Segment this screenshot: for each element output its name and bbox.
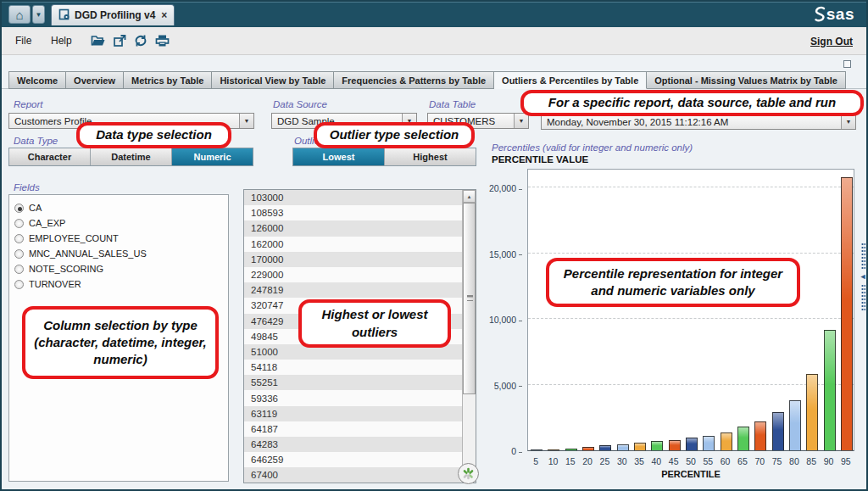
export-icon[interactable] — [113, 34, 126, 47]
bar-p80[interactable] — [789, 400, 801, 450]
menu-help[interactable]: Help — [51, 35, 72, 47]
tab-outliers-percentiles-by-table[interactable]: Outliers & Percentiles by Table — [494, 71, 647, 89]
report-doc-icon — [58, 8, 70, 23]
radio-icon[interactable] — [14, 204, 24, 213]
gridline — [528, 187, 854, 187]
splitter-dots-icon — [861, 243, 865, 270]
bar-p65[interactable] — [737, 427, 749, 450]
x-tick-label: 40 — [648, 456, 665, 466]
outlier-value-row[interactable]: 54118 — [244, 360, 462, 375]
tab-metrics-by-table[interactable]: Metrics by Table — [124, 71, 212, 89]
data-type-character-button[interactable]: Character — [9, 148, 90, 165]
close-icon[interactable]: × — [161, 9, 167, 21]
sign-out-link[interactable]: Sign Out — [810, 36, 853, 47]
bar-p40[interactable] — [651, 441, 663, 450]
radio-icon[interactable] — [14, 280, 24, 289]
outlier-value-row[interactable]: 63119 — [244, 406, 462, 421]
outlier-value-row[interactable]: 646259 — [244, 452, 462, 467]
x-tick-label: 60 — [717, 456, 734, 466]
open-folder-icon[interactable] — [91, 34, 105, 47]
x-tick-label: 15 — [562, 456, 579, 466]
bar-p60[interactable] — [721, 432, 732, 450]
outlier-type-toggle: LowestHighest — [292, 148, 476, 166]
data-type-toggle: CharacterDatetimeNumeric — [8, 148, 253, 166]
outlier-value-row[interactable]: 64187 — [244, 421, 462, 437]
sas-swirl-icon — [813, 6, 826, 23]
bar-p35[interactable] — [634, 443, 646, 450]
bar-p25[interactable] — [599, 445, 611, 450]
callout-percentile-chart: Percentile representation for integer an… — [546, 258, 800, 307]
scroll-up-icon[interactable]: ▲ — [463, 190, 476, 203]
outlier-value-row[interactable]: 247819 — [244, 282, 462, 298]
radio-icon[interactable] — [14, 234, 24, 243]
bar-p5[interactable] — [531, 449, 542, 450]
field-option-note-scoring[interactable]: NOTE_SCORING — [9, 261, 228, 276]
field-option-mnc-annual-sales-us[interactable]: MNC_ANNUAL_SALES_US — [9, 246, 228, 261]
tab-frequencies-patterns-by-table[interactable]: Frequencies & Patterns by Table — [334, 71, 494, 89]
outlier-value-row[interactable]: 170000 — [244, 252, 462, 267]
tabstrip: WelcomeOverviewMetrics by TableHistorica… — [8, 71, 846, 89]
field-option-turnover[interactable]: TURNOVER — [9, 276, 228, 292]
outlier-lowest-button[interactable]: Lowest — [293, 148, 384, 165]
outlier-value-row[interactable]: 108593 — [244, 205, 462, 220]
callout-data-type: Data type selection — [76, 122, 231, 148]
bar-p10[interactable] — [548, 449, 559, 450]
print-icon[interactable] — [155, 34, 170, 47]
bar-p70[interactable] — [754, 421, 766, 450]
bar-p20[interactable] — [582, 447, 594, 450]
home-dropdown-button[interactable]: ▼ — [32, 5, 45, 24]
callout-outlier-list: Highest or lowest outliers — [298, 299, 451, 348]
bar-p75[interactable] — [772, 412, 784, 450]
refresh-icon[interactable] — [134, 34, 147, 47]
outlier-value-row[interactable]: 67400 — [244, 467, 462, 483]
outlier-value-row[interactable]: 64283 — [244, 437, 462, 452]
data-type-numeric-button[interactable]: Numeric — [171, 148, 253, 165]
outlier-highest-button[interactable]: Highest — [384, 148, 476, 165]
field-option-ca[interactable]: CA — [9, 200, 228, 215]
panel-splitter[interactable]: ◄ — [860, 243, 866, 323]
outlier-value-row[interactable]: 103000 — [244, 190, 462, 205]
bar-p90[interactable] — [824, 330, 836, 450]
outlier-value-row[interactable]: 162000 — [244, 237, 462, 252]
x-tick-label: 50 — [682, 456, 699, 466]
chevron-down-icon[interactable]: ▼ — [239, 114, 253, 128]
app-tab[interactable]: DGD Profiling v4 × — [51, 4, 175, 25]
chart-title: PERCENTILE VALUE — [492, 154, 588, 165]
collapse-left-icon: ◄ — [860, 273, 867, 281]
data-type-datetime-button[interactable]: Datetime — [90, 148, 171, 165]
chevron-down-icon[interactable]: ▼ — [514, 114, 528, 128]
percentiles-label: Percentiles (valid for integer and numer… — [492, 142, 693, 153]
bar-p95[interactable] — [841, 177, 853, 450]
field-option-employee-count[interactable]: EMPLOYEE_COUNT — [9, 231, 228, 246]
radio-icon[interactable] — [14, 265, 24, 274]
outlier-value-row[interactable]: 229000 — [244, 267, 462, 282]
outlier-value-row[interactable]: 126000 — [244, 220, 462, 236]
scrollbar[interactable]: ▲ — [462, 190, 476, 483]
outlier-value-row[interactable]: 55251 — [244, 375, 462, 390]
bar-p55[interactable] — [703, 436, 715, 450]
home-button[interactable]: ⌂ — [8, 5, 31, 24]
top-banner: ⌂ ▼ DGD Profiling v4 × sas — [2, 2, 866, 27]
menu-file[interactable]: File — [15, 35, 31, 47]
bar-p50[interactable] — [686, 438, 698, 450]
home-icon: ⌂ — [15, 8, 23, 21]
field-option-ca-exp[interactable]: CA_EXP — [9, 215, 228, 231]
tab-historical-view-by-table[interactable]: Historical View by Table — [212, 71, 334, 89]
tab-welcome[interactable]: Welcome — [8, 71, 66, 89]
tab-overview[interactable]: Overview — [66, 71, 124, 89]
tab-optional-missing-values-matrix-by-table[interactable]: Optional - Missing Values Matrix by Tabl… — [647, 71, 846, 89]
bar-p45[interactable] — [669, 440, 681, 450]
bar-p85[interactable] — [806, 374, 818, 450]
bar-p30[interactable] — [617, 444, 629, 450]
radio-icon[interactable] — [14, 249, 24, 259]
scrollbar-thumb[interactable] — [463, 203, 476, 394]
x-tick-label: 85 — [803, 456, 820, 466]
bar-p15[interactable] — [565, 449, 577, 450]
chevron-down-icon[interactable]: ▼ — [841, 114, 855, 129]
outlier-value-row[interactable]: 59336 — [244, 390, 462, 405]
restore-panel-icon[interactable] — [843, 60, 851, 68]
y-tick-label: 5,000 — [483, 381, 522, 391]
callout-column-selection: Column selection by type (character, dat… — [22, 306, 219, 379]
radio-icon[interactable] — [14, 219, 24, 228]
sas-logo: sas — [813, 5, 854, 24]
